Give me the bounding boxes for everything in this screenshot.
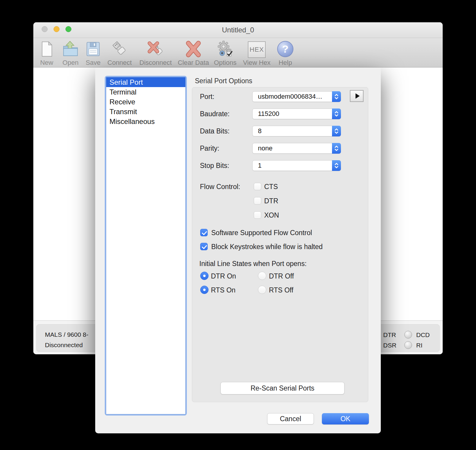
- right-triangle-icon: [356, 93, 360, 99]
- cancel-button[interactable]: Cancel: [267, 413, 314, 424]
- xon-checkbox[interactable]: [254, 211, 261, 219]
- category-item-receive[interactable]: Receive: [106, 97, 185, 107]
- options-dialog: Serial Port Terminal Receive Transmit Mi…: [95, 67, 381, 433]
- rts-off-radio[interactable]: [258, 286, 266, 294]
- cts-checkbox[interactable]: [254, 183, 261, 190]
- dtr-off-label: DTR Off: [269, 272, 294, 280]
- dcd-led-indicator: [404, 331, 412, 339]
- stepper-icon: [332, 126, 341, 136]
- stepper-icon: [332, 143, 341, 154]
- dcd-indicator-label: DCD: [416, 331, 430, 339]
- gears-options-icon: [216, 39, 234, 59]
- block-keystrokes-checkbox[interactable]: [200, 243, 208, 250]
- disconnect-button[interactable]: Disconnect: [136, 39, 175, 67]
- window-title: Untitled_0: [33, 26, 443, 34]
- toolbar-label: Clear Data: [178, 59, 209, 67]
- titlebar: Untitled_0: [33, 22, 443, 38]
- cts-label: CTS: [264, 183, 278, 191]
- help-question-icon: ?: [276, 39, 294, 59]
- new-document-icon: [38, 39, 55, 59]
- toolbar-label: Open: [62, 59, 79, 67]
- software-flow-checkbox[interactable]: [200, 229, 208, 236]
- port-select[interactable]: usbmodem0006834…: [252, 91, 341, 102]
- toolbar-label: Save: [86, 59, 101, 67]
- port-label: Port:: [200, 93, 214, 101]
- dsr-indicator-label: DSR: [383, 342, 396, 349]
- rts-off-label: RTS Off: [269, 286, 293, 294]
- floppy-disk-icon: [84, 39, 102, 59]
- dtr-label: DTR: [264, 197, 278, 205]
- ri-indicator-label: RI: [416, 342, 422, 349]
- dtr-on-radio[interactable]: [200, 272, 209, 280]
- stepper-icon: [332, 91, 341, 102]
- dtr-on-label: DTR On: [211, 272, 236, 280]
- connection-state: Disconnected: [45, 342, 83, 349]
- category-item-serial-port[interactable]: Serial Port: [106, 77, 185, 87]
- help-button[interactable]: ? Help: [275, 39, 296, 67]
- dtr-indicator-label: DTR: [383, 331, 396, 339]
- clear-data-button[interactable]: Clear Data: [176, 39, 211, 67]
- category-item-terminal[interactable]: Terminal: [106, 87, 185, 97]
- parity-select[interactable]: none: [252, 143, 341, 154]
- data-bits-label: Data Bits:: [200, 127, 230, 135]
- baudrate-label: Baudrate:: [200, 110, 230, 118]
- ok-button[interactable]: OK: [322, 413, 369, 424]
- parity-label: Parity:: [200, 144, 219, 152]
- dtr-off-radio[interactable]: [258, 272, 266, 280]
- rts-on-label: RTS On: [211, 286, 236, 294]
- open-button[interactable]: Open: [60, 39, 82, 67]
- category-item-miscellaneous[interactable]: Miscellaneous: [106, 117, 185, 126]
- baudrate-select[interactable]: 115200: [252, 108, 341, 119]
- port-details-button[interactable]: [350, 90, 364, 102]
- initial-line-states-heading: Initial Line States when Port opens:: [199, 260, 307, 268]
- toolbar-label: New: [40, 59, 53, 67]
- stepper-icon: [332, 108, 341, 119]
- clear-x-icon: [184, 39, 202, 59]
- toolbar-label: Connect: [107, 59, 132, 67]
- dtr-checkbox[interactable]: [254, 197, 261, 204]
- options-category-list: Serial Port Terminal Receive Transmit Mi…: [105, 76, 187, 416]
- flow-control-label: Flow Control:: [200, 183, 240, 191]
- software-flow-label: Software Supported Flow Control: [211, 229, 312, 237]
- xon-label: XON: [264, 211, 279, 219]
- toolbar: New Open: [33, 38, 443, 67]
- connect-button[interactable]: Connect: [105, 39, 134, 67]
- stepper-icon: [332, 160, 341, 171]
- toolbar-label: Options: [214, 59, 237, 67]
- new-button[interactable]: New: [36, 39, 57, 67]
- view-hex-button[interactable]: HEX View Hex: [240, 39, 273, 67]
- toolbar-label: Help: [278, 59, 292, 67]
- rescan-serial-ports-button[interactable]: Re-Scan Serial Ports: [220, 382, 345, 394]
- stop-bits-label: Stop Bits:: [200, 162, 229, 170]
- open-folder-icon: [62, 39, 79, 59]
- save-button[interactable]: Save: [83, 39, 104, 67]
- category-item-transmit[interactable]: Transmit: [106, 107, 185, 117]
- connection-summary: MALS / 9600 8-: [45, 331, 88, 338]
- data-bits-select[interactable]: 8: [252, 126, 341, 136]
- svg-text:?: ?: [282, 43, 289, 55]
- hex-box-icon: HEX: [248, 39, 266, 59]
- ri-led-indicator: [404, 341, 412, 349]
- toolbar-label: Disconnect: [140, 59, 172, 67]
- toolbar-label: View Hex: [243, 59, 271, 67]
- stop-bits-select[interactable]: 1: [252, 160, 341, 171]
- block-keystrokes-label: Block Keystrokes while flow is halted: [211, 243, 323, 251]
- usb-disconnect-icon: [147, 39, 165, 59]
- pane-heading: Serial Port Options: [195, 77, 252, 85]
- rts-on-radio[interactable]: [200, 286, 209, 294]
- options-button[interactable]: Options: [212, 39, 239, 67]
- usb-connect-icon: [111, 39, 129, 59]
